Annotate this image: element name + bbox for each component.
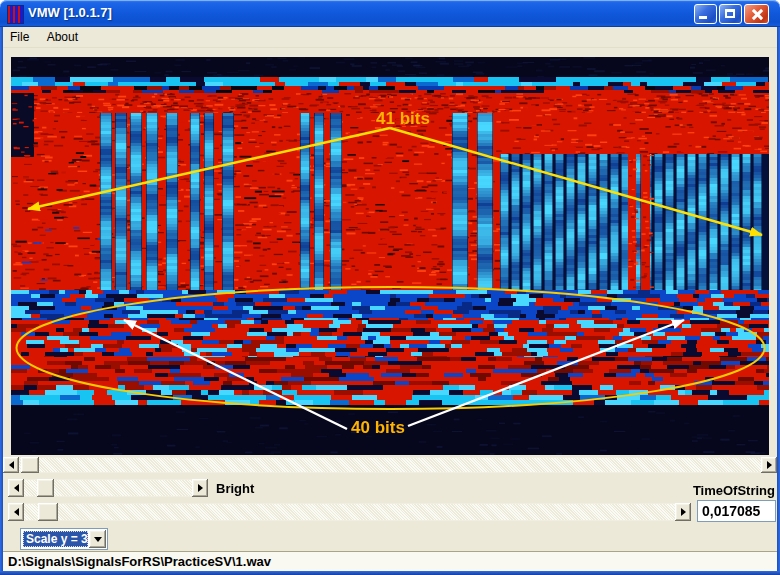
timeofstring-label: TimeOfString (603, 483, 775, 498)
menu-bar: File About (3, 27, 777, 48)
left-arrow-icon (10, 508, 19, 516)
menu-about[interactable]: About (40, 27, 85, 44)
minimize-button[interactable] (694, 4, 717, 24)
title-bar[interactable]: VMW [1.0.1.7] (0, 0, 780, 27)
close-icon (750, 8, 763, 21)
scale-select-dropdown-button[interactable] (89, 530, 106, 548)
bright-left-arrow[interactable] (8, 479, 24, 497)
status-file-path: D:\Signals\SignalsForRS\PracticeSV\1.wav (8, 552, 271, 571)
maximize-icon (725, 9, 735, 18)
right-arrow-icon (198, 484, 207, 492)
menu-file[interactable]: File (3, 27, 36, 44)
time-thumb[interactable] (38, 503, 58, 521)
time-left-arrow[interactable] (8, 503, 24, 521)
bright-slider[interactable] (8, 479, 208, 497)
scale-select-value: Scale y = 3 (23, 531, 88, 547)
time-slider[interactable] (8, 503, 691, 521)
spectrogram-image[interactable] (11, 57, 769, 455)
bright-label: Bright (216, 481, 254, 496)
main-horizontal-scrollbar[interactable] (3, 457, 777, 473)
window-title: VMW [1.0.1.7] (28, 0, 112, 27)
time-right-arrow[interactable] (675, 503, 691, 521)
scale-select[interactable]: Scale y = 3 (20, 528, 108, 550)
maximize-button[interactable] (719, 4, 742, 24)
right-arrow-icon (681, 508, 690, 516)
right-arrow-icon (767, 461, 776, 469)
close-button[interactable] (744, 4, 769, 24)
app-icon (7, 5, 24, 24)
status-bar: D:\Signals\SignalsForRS\PracticeSV\1.wav (3, 551, 777, 571)
left-arrow-icon (5, 461, 14, 469)
minimize-icon (699, 16, 707, 19)
bright-right-arrow[interactable] (192, 479, 208, 497)
main-scroll-thumb[interactable] (21, 457, 39, 473)
left-arrow-icon (10, 484, 19, 492)
bright-thumb[interactable] (37, 479, 54, 497)
main-scroll-right-arrow[interactable] (761, 457, 777, 473)
window-border-bottom (0, 571, 780, 575)
chevron-down-icon (94, 537, 102, 546)
main-scroll-left-arrow[interactable] (3, 457, 19, 473)
timeofstring-field[interactable] (697, 500, 776, 522)
app-window: VMW [1.0.1.7] File About 41 bits 40 bits (0, 0, 780, 575)
